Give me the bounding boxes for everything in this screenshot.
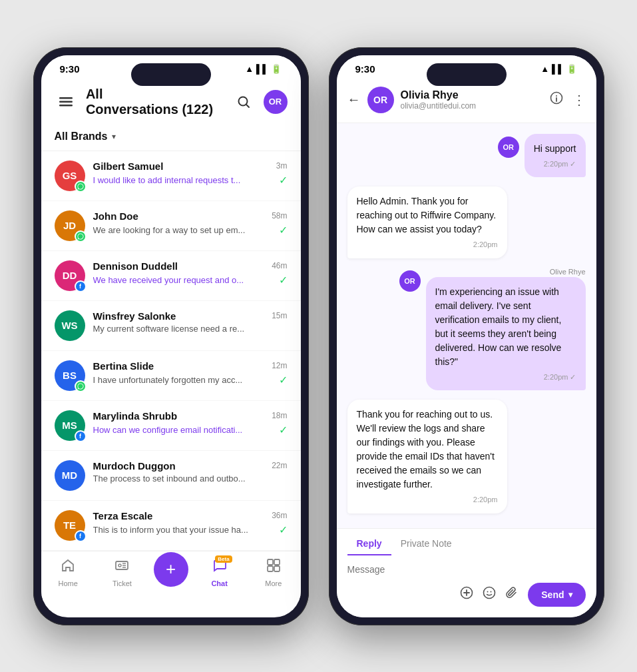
- conversation-item-bs[interactable]: BS Bertina Slide 12m I have unfortunatel…: [41, 351, 301, 401]
- beta-badge: Beta: [215, 555, 232, 563]
- back-button[interactable]: ←: [347, 92, 361, 107]
- conv-name-bs: Bertina Slide: [93, 360, 154, 372]
- brands-chevron-icon: ▾: [112, 132, 116, 141]
- search-button[interactable]: [232, 90, 256, 114]
- brands-label: All Brands: [55, 131, 108, 143]
- battery-icon: 🔋: [271, 64, 282, 74]
- message-row-m2: Hello Admin. Thank you for reaching out …: [347, 186, 586, 258]
- svg-point-14: [487, 591, 489, 593]
- status-time-1: 9:30: [60, 63, 80, 75]
- conv-name-te: Terza Escale: [93, 510, 153, 521]
- read-check-icon: ✓: [279, 174, 288, 186]
- attach-file-button[interactable]: [505, 586, 519, 603]
- nav-more-label: More: [265, 579, 282, 587]
- reply-bar: Reply Private Note: [337, 528, 596, 617]
- conv-content-ws: Winsfrey Salonke 15m My current software…: [93, 310, 288, 334]
- user-avatar[interactable]: OR: [264, 90, 288, 114]
- conversation-list: GS Gilbert Samuel 3m I would like to add…: [41, 151, 301, 551]
- conv-msg-md: The process to set inbound and outbo...: [93, 474, 246, 484]
- whatsapp-icon: [75, 230, 87, 242]
- notch-2: [427, 63, 507, 86]
- conv-avatar-md: MD: [55, 460, 85, 491]
- conv-name-jd: John Doe: [93, 210, 138, 222]
- app-header: All Conversations (122) OR: [41, 80, 301, 127]
- svg-rect-0: [59, 97, 73, 99]
- conversation-item-jd[interactable]: JD John Doe 58m We are looking for a way…: [41, 201, 301, 251]
- svg-rect-4: [116, 561, 128, 569]
- chat-user-name: Olivia Rhye: [401, 89, 543, 101]
- message-row-m4: Thank you for reaching out to us. We'll …: [347, 400, 586, 513]
- home-icon: [61, 558, 75, 577]
- msg-avatar-m3: OR: [399, 270, 421, 292]
- conv-avatar-dd: DD f: [55, 260, 85, 291]
- read-check-icon: ✓: [279, 424, 288, 436]
- more-icon: [266, 558, 281, 577]
- add-attachment-button[interactable]: [460, 586, 473, 603]
- signal-icon: ▌▌: [256, 64, 268, 74]
- send-chevron-icon: ▾: [568, 590, 572, 599]
- conv-time-te: 36m: [272, 511, 287, 520]
- nav-add[interactable]: +: [149, 559, 192, 587]
- msg-time-m3: 2:20pm ✓: [435, 372, 576, 383]
- svg-point-13: [484, 587, 495, 599]
- conv-avatar-ms: MS f: [55, 410, 85, 441]
- svg-rect-2: [59, 105, 73, 107]
- facebook-icon: f: [75, 430, 87, 442]
- tab-reply[interactable]: Reply: [347, 534, 391, 555]
- svg-point-15: [491, 591, 492, 593]
- conv-time-gs: 3m: [276, 161, 288, 170]
- conv-content-jd: John Doe 58m We are looking for a way to…: [93, 210, 288, 236]
- send-button[interactable]: Send ▾: [528, 583, 585, 607]
- conv-content-dd: Dennison Duddell 46m We have received yo…: [93, 260, 288, 286]
- chat-user-avatar: OR: [367, 87, 394, 113]
- more-options-button[interactable]: ⋮: [572, 92, 586, 108]
- conv-msg-dd: We have received your request and o...: [93, 275, 244, 285]
- conv-name-ws: Winsfrey Salonke: [93, 310, 176, 322]
- conversation-item-ms[interactable]: MS f Marylinda Shrubb 18m How can we con…: [41, 401, 301, 451]
- conversation-item-te[interactable]: TE f Terza Escale 36m This is to inform …: [41, 501, 301, 551]
- conv-avatar-bs: BS: [55, 360, 85, 391]
- conversation-item-dd[interactable]: DD f Dennison Duddell 46m We have receiv…: [41, 251, 301, 301]
- nav-ticket[interactable]: Ticket: [95, 558, 149, 587]
- wifi-icon-2: ▲: [540, 64, 549, 74]
- msg-bubble-m2: Hello Admin. Thank you for reaching out …: [347, 186, 507, 258]
- add-button[interactable]: +: [154, 552, 188, 587]
- svg-rect-8: [268, 566, 273, 571]
- conv-content-ms: Marylinda Shrubb 18m How can we configur…: [93, 410, 288, 436]
- wifi-icon: ▲: [245, 64, 254, 74]
- read-check-icon: ✓: [279, 274, 288, 286]
- info-button[interactable]: [550, 91, 563, 108]
- menu-button[interactable]: [55, 90, 78, 114]
- emoji-button[interactable]: [483, 586, 496, 603]
- conv-name-dd: Dennison Duddell: [93, 260, 178, 272]
- msg-bubble-m4: Thank you for reaching out to us. We'll …: [347, 400, 507, 513]
- svg-rect-7: [274, 559, 280, 565]
- msg-time-m2: 2:20pm: [357, 239, 498, 250]
- conversation-item-gs[interactable]: GS Gilbert Samuel 3m I would like to add…: [41, 151, 301, 201]
- brands-bar[interactable]: All Brands ▾: [41, 127, 301, 151]
- nav-home[interactable]: Home: [41, 558, 95, 587]
- conv-time-md: 22m: [272, 461, 287, 470]
- conversation-item-ws[interactable]: WS Winsfrey Salonke 15m My current softw…: [41, 301, 301, 351]
- read-check-icon: ✓: [279, 374, 288, 386]
- nav-chat-label: Chat: [211, 579, 227, 587]
- whatsapp-icon: [75, 380, 87, 392]
- message-row-m1: Hi support 2:20pm ✓ OR: [347, 134, 586, 178]
- conv-msg-bs: I have unfortunately forgotten my acc...: [93, 375, 243, 385]
- nav-more[interactable]: More: [246, 558, 300, 587]
- conv-content-bs: Bertina Slide 12m I have unfortunately f…: [93, 360, 288, 386]
- msg-time-m1: 2:20pm ✓: [534, 159, 576, 170]
- nav-chat[interactable]: Beta Chat: [192, 558, 246, 587]
- messages-area: Hi support 2:20pm ✓ OR Hello Admin. Than…: [337, 123, 596, 528]
- chat-user-email: olivia@untitledui.com: [401, 101, 543, 111]
- conv-time-dd: 46m: [272, 261, 287, 270]
- facebook-icon: f: [75, 280, 87, 292]
- message-input[interactable]: [347, 564, 586, 575]
- conversation-item-md[interactable]: MD Murdoch Duggon 22m The process to set…: [41, 451, 301, 501]
- msg-bubble-m1: Hi support 2:20pm ✓: [525, 134, 586, 178]
- conv-name-gs: Gilbert Samuel: [93, 161, 164, 172]
- facebook-icon: f: [75, 530, 87, 542]
- tab-private-note[interactable]: Private Note: [391, 534, 461, 555]
- conv-msg-ws: My current software license need a re...: [93, 324, 245, 334]
- svg-rect-9: [274, 566, 280, 571]
